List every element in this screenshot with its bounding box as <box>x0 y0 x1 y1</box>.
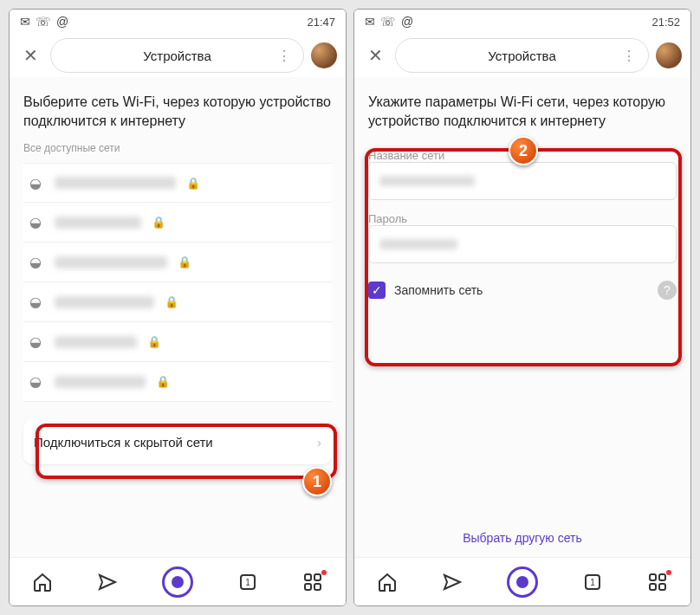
wifi-icon: ◒ <box>27 175 44 191</box>
svg-rect-4 <box>305 584 311 590</box>
wifi-row[interactable]: ◒ 🔒 <box>23 322 332 362</box>
svg-text:1: 1 <box>245 578 250 587</box>
wifi-icon: ◒ <box>27 214 44 230</box>
nav-menu-icon[interactable] <box>647 572 668 592</box>
remember-checkbox[interactable]: ✓ <box>368 282 386 299</box>
title-pill[interactable]: Устройства ⋮ <box>50 38 304 73</box>
section-label: Все доступные сети <box>23 142 332 154</box>
wifi-name-blurred <box>55 376 146 388</box>
wifi-icon: ◒ <box>27 373 44 390</box>
whatsapp-icon: ☏ <box>380 15 396 29</box>
kebab-icon[interactable]: ⋮ <box>277 48 291 64</box>
avatar[interactable] <box>656 42 682 68</box>
svg-rect-9 <box>659 574 665 580</box>
status-icons-left-group: ✉ ☏ @ <box>20 15 68 29</box>
wifi-name-blurred <box>55 336 137 348</box>
lock-icon: 🔒 <box>165 295 178 308</box>
whatsapp-icon: ☏ <box>36 15 51 29</box>
page-title: Устройства <box>143 49 211 63</box>
phone-right: ✉ ☏ @ 21:52 ✕ Устройства ⋮ Укажите парам… <box>353 9 691 606</box>
wifi-name-blurred <box>55 217 141 229</box>
kebab-icon[interactable]: ⋮ <box>622 48 636 64</box>
content-area: Укажите параметры Wi-Fi сети, через кото… <box>354 77 690 557</box>
wifi-name-blurred <box>55 177 176 189</box>
help-icon[interactable]: ? <box>658 281 677 300</box>
bottom-nav: 1 <box>354 557 690 605</box>
screenshot-pair: ✉ ☏ @ 21:47 ✕ Устройства ⋮ Выберите сеть… <box>9 9 691 606</box>
wifi-row[interactable]: ◒ 🔒 <box>23 163 332 203</box>
status-bar: ✉ ☏ @ 21:47 <box>10 10 346 34</box>
wifi-icon: ◒ <box>27 254 44 270</box>
avatar[interactable] <box>311 42 337 68</box>
nav-alice-icon[interactable] <box>162 566 193 598</box>
bottom-nav: 1 <box>10 557 346 605</box>
phone-left: ✉ ☏ @ 21:47 ✕ Устройства ⋮ Выберите сеть… <box>9 9 347 606</box>
wifi-row[interactable]: ◒ 🔒 <box>23 243 332 282</box>
wifi-row[interactable]: ◒ 🔒 <box>23 362 332 402</box>
spacer <box>368 300 677 505</box>
lock-icon: 🔒 <box>147 335 161 348</box>
choose-another-network-link[interactable]: Выбрать другую сеть <box>368 531 677 545</box>
wifi-row[interactable]: ◒ 🔒 <box>23 203 332 243</box>
svg-rect-10 <box>650 584 656 590</box>
at-icon: @ <box>401 15 413 29</box>
app-bar: ✕ Устройства ⋮ <box>10 34 346 77</box>
status-time: 21:52 <box>651 16 680 29</box>
app-bar: ✕ Устройства ⋮ <box>354 34 690 77</box>
status-icons-left-group: ✉ ☏ @ <box>365 15 413 29</box>
password-input[interactable] <box>368 225 677 263</box>
page-title: Устройства <box>488 49 555 63</box>
svg-rect-8 <box>650 574 656 580</box>
heading: Укажите параметры Wi-Fi сети, через кото… <box>368 93 677 130</box>
mail-icon: ✉ <box>365 15 375 29</box>
lock-icon: 🔒 <box>156 375 170 388</box>
at-icon: @ <box>56 15 68 29</box>
nav-home-icon[interactable] <box>377 572 398 592</box>
ssid-label: Название сети <box>368 149 677 162</box>
nav-send-icon[interactable] <box>97 572 118 592</box>
svg-rect-3 <box>314 574 321 580</box>
wifi-form: Название сети Пароль ✓ Запомнить сеть ? <box>368 149 677 300</box>
lock-icon: 🔒 <box>178 256 191 269</box>
lock-icon: 🔒 <box>152 216 165 229</box>
ssid-input[interactable] <box>368 162 677 200</box>
nav-send-icon[interactable] <box>442 572 463 592</box>
svg-rect-2 <box>305 574 311 580</box>
hidden-network-label: Подключиться к скрытой сети <box>34 435 213 450</box>
nav-alice-icon[interactable] <box>507 566 538 598</box>
notification-dot-icon <box>666 570 671 575</box>
nav-tabs-icon[interactable]: 1 <box>582 572 603 592</box>
password-value-blurred <box>379 239 457 249</box>
close-icon[interactable]: ✕ <box>363 42 388 69</box>
lock-icon: 🔒 <box>186 177 200 190</box>
remember-row: ✓ Запомнить сеть ? <box>368 281 677 300</box>
password-label: Пароль <box>368 212 677 225</box>
mail-icon: ✉ <box>20 15 30 29</box>
nav-home-icon[interactable] <box>32 572 53 592</box>
remember-label: Запомнить сеть <box>394 283 649 297</box>
title-pill[interactable]: Устройства ⋮ <box>395 38 649 73</box>
wifi-icon: ◒ <box>27 333 44 350</box>
nav-menu-icon[interactable] <box>302 572 323 592</box>
svg-text:1: 1 <box>590 578 595 587</box>
connect-hidden-network-button[interactable]: Подключиться к скрытой сети › <box>23 419 332 464</box>
notification-dot-icon <box>321 570 327 575</box>
svg-rect-5 <box>314 584 321 590</box>
wifi-name-blurred <box>55 296 154 308</box>
wifi-list: ◒ 🔒 ◒ 🔒 ◒ 🔒 ◒ 🔒 <box>23 163 332 402</box>
heading: Выберите сеть Wi-Fi, через которую устро… <box>23 93 332 130</box>
wifi-name-blurred <box>55 256 167 269</box>
status-time: 21:47 <box>307 16 335 29</box>
status-bar: ✉ ☏ @ 21:52 <box>354 10 690 34</box>
close-icon[interactable]: ✕ <box>18 42 43 69</box>
ssid-value-blurred <box>379 176 475 186</box>
wifi-row[interactable]: ◒ 🔒 <box>23 282 332 322</box>
wifi-icon: ◒ <box>27 294 44 310</box>
content-area: Выберите сеть Wi-Fi, через которую устро… <box>10 77 346 557</box>
chevron-right-icon: › <box>317 435 321 450</box>
nav-tabs-icon[interactable]: 1 <box>237 572 258 592</box>
svg-rect-11 <box>659 584 665 590</box>
